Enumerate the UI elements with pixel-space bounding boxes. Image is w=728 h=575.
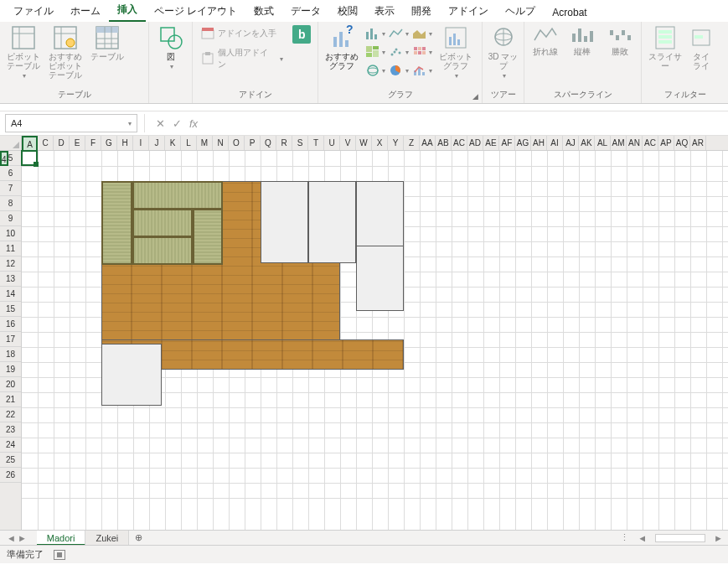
column-header[interactable]: S [292,136,308,150]
ribbon-tab-7[interactable]: 表示 [366,1,403,22]
column-header[interactable]: H [117,136,133,150]
column-header[interactable]: AH [531,136,547,150]
column-header[interactable]: AN [627,136,643,150]
row-header[interactable]: 4 [0,151,8,166]
row-header[interactable]: 7 [0,181,21,196]
map3d-button[interactable]: 3D マップ ▾ [488,25,519,80]
column-header[interactable]: E [70,136,85,150]
slicer-button[interactable]: スライサー [647,25,684,70]
row-headers[interactable]: 4567891011121314151617181920212223242526 [0,151,22,530]
bing-maps-button[interactable]: b [292,25,312,44]
pivot-table-button[interactable]: ピボット テーブル ▾ [5,25,42,80]
horizontal-scrollbar[interactable] [655,534,705,542]
row-header[interactable]: 9 [0,211,21,226]
column-header[interactable]: AQ [674,136,690,150]
column-header[interactable]: U [324,136,340,150]
row-header[interactable]: 10 [0,226,21,241]
column-header[interactable]: C [38,136,54,150]
column-header[interactable]: AE [483,136,499,150]
line-chart-button[interactable]: ▾ [389,25,409,42]
column-header[interactable]: T [308,136,324,150]
column-header[interactable]: AP [658,136,674,150]
tatami-mat-mid1[interactable] [132,209,193,237]
hierarchy-chart-button[interactable]: ▾ [365,44,385,60]
row-header[interactable]: 22 [0,407,21,422]
worksheet-grid[interactable]: ABCDEFGHIJKLMNOPQRSTUVWXYZAAABACADAEAFAG… [0,136,728,545]
column-header[interactable]: J [149,136,165,150]
row-header[interactable]: 13 [0,272,21,287]
column-header[interactable]: Z [404,136,420,150]
ribbon-tab-3[interactable]: ページ レイアウト [146,1,245,22]
ribbon-tab-10[interactable]: ヘルプ [497,1,544,22]
add-sheet-button[interactable]: ⊕ [129,532,147,543]
row-header[interactable]: 26 [0,468,21,483]
select-all-button[interactable] [0,136,22,151]
sheet-nav-prev-icon[interactable]: ◄ [7,533,16,543]
sparkline-column-button[interactable]: 縦棒 [566,25,598,56]
my-addins-button[interactable]: 個人用アドイン ▾ [198,45,287,72]
row-header[interactable]: 18 [0,347,21,362]
tab-options-icon[interactable]: ⋮ [620,532,629,543]
area-chart-button[interactable]: ▾ [412,25,432,42]
column-header[interactable]: AI [547,136,563,150]
row-header[interactable]: 14 [0,287,21,302]
column-header[interactable]: AL [595,136,611,150]
column-header[interactable]: W [356,136,372,150]
sparkline-winloss-button[interactable]: 勝敗 [604,25,636,56]
recommended-pivot-button[interactable]: おすすめ ピボットテーブル [47,25,84,80]
accept-formula-button[interactable]: ✓ [168,117,185,130]
column-header[interactable]: N [213,136,229,150]
sheet-nav-next-icon[interactable]: ► [18,533,27,543]
column-header[interactable]: R [276,136,292,150]
ribbon-tab-6[interactable]: 校閲 [329,1,366,22]
column-header[interactable]: AF [499,136,515,150]
column-header[interactable]: P [245,136,261,150]
scroll-left-icon[interactable]: ◄ [638,533,647,543]
column-header[interactable]: AK [579,136,595,150]
ribbon-tab-0[interactable]: ファイル [5,1,62,22]
row-header[interactable]: 17 [0,332,21,347]
column-header[interactable]: F [85,136,101,150]
tatami-mat-left[interactable] [101,181,132,265]
row-header[interactable]: 21 [0,392,21,407]
column-header[interactable]: O [229,136,245,150]
column-header[interactable]: G [101,136,117,150]
column-header[interactable]: M [197,136,213,150]
column-header[interactable]: L [181,136,197,150]
column-header[interactable]: X [372,136,388,150]
formula-input[interactable] [202,114,723,132]
pie-chart-button[interactable]: ▾ [389,62,409,79]
surface-chart-button[interactable]: ▾ [412,44,432,60]
column-header[interactable]: AB [436,136,452,150]
column-header[interactable]: AD [467,136,483,150]
column-header[interactable]: AR [690,136,706,150]
cancel-formula-button[interactable]: ✕ [152,117,168,130]
column-header[interactable]: AC [452,136,467,150]
column-header[interactable]: Y [388,136,404,150]
column-header[interactable]: AM [611,136,627,150]
fill-handle[interactable] [34,162,39,167]
ribbon-tab-8[interactable]: 開発 [403,1,440,22]
get-addins-button[interactable]: アドインを入手 [198,25,287,42]
room-box-right-bottom[interactable] [356,246,404,311]
sheet-tab[interactable]: Zukei [85,531,129,546]
tatami-mat-right[interactable] [193,209,223,265]
charts-launcher[interactable]: ◢ [470,91,480,101]
room-box-right-top[interactable] [356,181,404,246]
sheet-nav-buttons[interactable]: ◄ ► [7,533,27,543]
column-header[interactable]: Q [261,136,276,150]
illustrations-button[interactable]: 図 ▾ [154,25,187,70]
row-header[interactable]: 23 [0,422,21,438]
room-box-lower-left[interactable] [101,344,162,406]
row-header[interactable]: 6 [0,166,21,181]
room-box-top-b[interactable] [308,181,356,263]
column-header[interactable]: K [165,136,181,150]
column-headers[interactable]: ABCDEFGHIJKLMNOPQRSTUVWXYZAAABACADAEAFAG… [22,136,728,151]
table-button[interactable]: テーブル [89,25,126,61]
cells-area[interactable] [22,151,728,530]
room-box-top-a[interactable] [261,181,308,263]
row-header[interactable]: 19 [0,362,21,377]
scatter-chart-button[interactable]: ▾ [389,44,409,60]
ribbon-tab-9[interactable]: アドイン [440,1,497,22]
column-header[interactable]: AA [420,136,436,150]
